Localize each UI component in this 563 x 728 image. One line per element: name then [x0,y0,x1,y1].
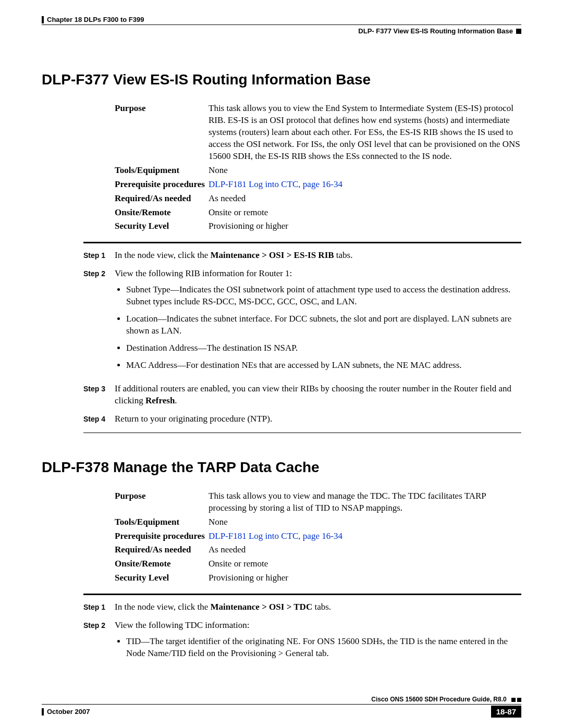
prereq-link[interactable]: DLP-F181 Log into CTC, page 16-34 [209,530,521,542]
header-bar-icon [42,16,44,23]
list-item: Destination Address—The destination IS N… [126,342,521,354]
list-item: Subnet Type—Indicates the OSI subnetwork… [126,284,521,308]
purpose-label: Purpose [115,103,209,163]
purpose-value: This task allows you to view and manage … [209,490,521,514]
security-value: Provisioning or higher [209,220,521,232]
page-number: 18-87 [491,706,521,718]
required-label: Required/As needed [115,544,209,556]
section-title-f378: DLP-F378 Manage the TARP Data Cache [42,459,521,476]
step-bold: Refresh [145,396,175,405]
divider-thin [83,433,521,433]
tools-value: None [209,165,521,177]
step-body: View the following RIB information for R… [115,268,521,377]
divider-thick [83,594,521,595]
purpose-value: This task allows you to view the End Sys… [209,103,521,163]
step-body: In the node view, click the Maintenance … [115,250,521,262]
step-bold: Maintenance > OSI > TDC [210,602,312,612]
list-item: MAC Address—For destination NEs that are… [126,360,521,372]
step-text: . [175,396,177,405]
steps-f377: Step 1 In the node view, click the Maint… [83,250,521,425]
topic-label: DLP- F377 View ES-IS Routing Information… [358,27,513,35]
step-body: Return to your originating procedure (NT… [115,413,521,425]
footer-guide: Cisco ONS 15600 SDH Procedure Guide, R8.… [42,696,521,703]
security-label: Security Level [115,572,209,584]
meta-table-f378: Purpose This task allows you to view and… [115,490,521,585]
tools-value: None [209,516,521,528]
header-topic: DLP- F377 View ES-IS Routing Information… [358,27,521,35]
step-text: View the following TDC information: [115,620,249,630]
step-body: If additional routers are enabled, you c… [115,383,521,407]
step-text: tabs. [334,250,353,260]
step-label: Step 3 [83,383,115,407]
tools-label: Tools/Equipment [115,516,209,528]
footer-rule [42,704,521,705]
section-title-f377: DLP-F377 View ES-IS Routing Information … [42,71,521,88]
header-rule [42,24,521,25]
meta-table-f377: Purpose This task allows you to view the… [115,103,521,232]
required-value: As needed [209,193,521,205]
onsite-value: Onsite or remote [209,207,521,219]
page-header: Chapter 18 DLPs F300 to F399 [42,16,521,23]
step-label: Step 1 [83,250,115,262]
header-square-icon [516,29,521,34]
security-value: Provisioning or higher [209,572,521,584]
prereq-link[interactable]: DLP-F181 Log into CTC, page 16-34 [209,179,521,191]
guide-title: Cisco ONS 15600 SDH Procedure Guide, R8.… [371,696,506,703]
onsite-label: Onsite/Remote [115,558,209,570]
step-text: In the node view, click the [115,250,210,260]
steps-f378: Step 1 In the node view, click the Maint… [83,601,521,665]
security-label: Security Level [115,220,209,232]
footer-squares-icon [511,698,521,702]
step-text: In the node view, click the [115,602,210,612]
document-page: Chapter 18 DLPs F300 to F399 DLP- F377 V… [0,0,563,728]
step-label: Step 1 [83,601,115,613]
required-label: Required/As needed [115,193,209,205]
footer-bar-icon [42,708,44,715]
header-chapter: Chapter 18 DLPs F300 to F399 [42,16,144,23]
divider-thick [83,242,521,243]
page-footer: Cisco ONS 15600 SDH Procedure Guide, R8.… [42,696,521,718]
step-body: View the following TDC information: TID—… [115,620,521,665]
list-item: TID—The target identifier of the origina… [126,636,521,660]
step-label: Step 4 [83,413,115,425]
header-topic-row: DLP- F377 View ES-IS Routing Information… [42,27,521,35]
footer-date: October 2007 [42,708,90,715]
onsite-label: Onsite/Remote [115,207,209,219]
step-label: Step 2 [83,620,115,665]
bullet-list: Subnet Type—Indicates the OSI subnetwork… [115,284,521,372]
step-bold: Maintenance > OSI > ES-IS RIB [210,250,334,260]
step-body: In the node view, click the Maintenance … [115,601,521,613]
date-text: October 2007 [47,708,90,715]
step-label: Step 2 [83,268,115,377]
chapter-label: Chapter 18 DLPs F300 to F399 [47,16,144,23]
step-text: tabs. [312,602,331,612]
onsite-value: Onsite or remote [209,558,521,570]
bullet-list: TID—The target identifier of the origina… [115,636,521,660]
purpose-label: Purpose [115,490,209,514]
list-item: Location—Indicates the subnet interface.… [126,313,521,337]
prereq-label: Prerequisite procedures [115,530,209,542]
tools-label: Tools/Equipment [115,165,209,177]
prereq-label: Prerequisite procedures [115,179,209,191]
step-text: View the following RIB information for R… [115,268,292,278]
required-value: As needed [209,544,521,556]
